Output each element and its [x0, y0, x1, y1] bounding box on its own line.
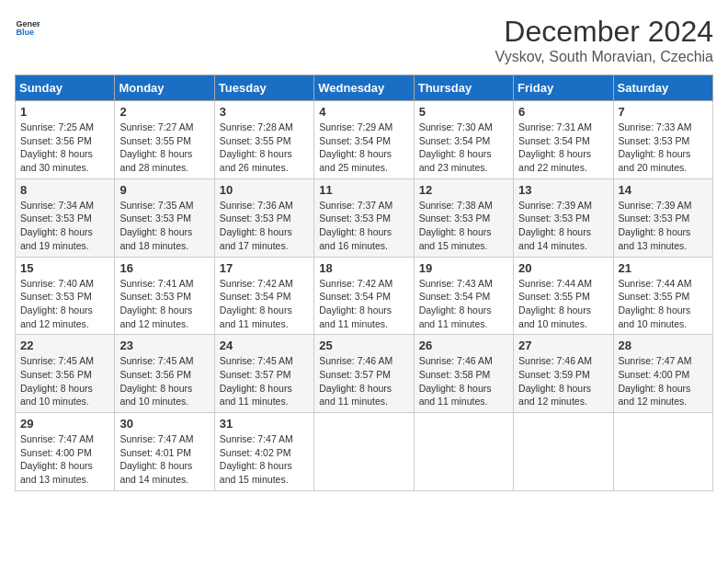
day-info: Sunrise: 7:47 AM Sunset: 4:00 PM Dayligh… — [20, 432, 109, 487]
day-header-saturday: Saturday — [613, 75, 712, 101]
day-info: Sunrise: 7:33 AM Sunset: 3:53 PM Dayligh… — [619, 121, 708, 175]
day-number: 29 — [20, 417, 109, 431]
calendar-cell — [414, 413, 513, 491]
day-info: Sunrise: 7:36 AM Sunset: 3:53 PM Dayligh… — [220, 199, 309, 253]
day-number: 10 — [220, 183, 309, 197]
week-row-5: 29Sunrise: 7:47 AM Sunset: 4:00 PM Dayli… — [16, 413, 713, 491]
day-number: 17 — [220, 261, 309, 275]
day-number: 12 — [419, 183, 508, 197]
day-info: Sunrise: 7:43 AM Sunset: 3:54 PM Dayligh… — [419, 277, 508, 331]
day-number: 14 — [619, 183, 708, 197]
calendar-cell: 30Sunrise: 7:47 AM Sunset: 4:01 PM Dayli… — [115, 413, 214, 491]
calendar-cell: 23Sunrise: 7:45 AM Sunset: 3:56 PM Dayli… — [115, 335, 214, 413]
day-header-thursday: Thursday — [414, 75, 513, 101]
day-info: Sunrise: 7:44 AM Sunset: 3:55 PM Dayligh… — [518, 277, 608, 331]
calendar-table: SundayMondayTuesdayWednesdayThursdayFrid… — [15, 75, 713, 491]
calendar-cell: 3Sunrise: 7:28 AM Sunset: 3:55 PM Daylig… — [214, 101, 313, 179]
week-row-1: 1Sunrise: 7:25 AM Sunset: 3:56 PM Daylig… — [16, 101, 713, 179]
day-info: Sunrise: 7:42 AM Sunset: 3:54 PM Dayligh… — [220, 277, 309, 331]
svg-text:Blue: Blue — [16, 28, 34, 37]
day-number: 21 — [619, 261, 708, 275]
day-info: Sunrise: 7:47 AM Sunset: 4:02 PM Dayligh… — [220, 432, 309, 487]
calendar-cell: 2Sunrise: 7:27 AM Sunset: 3:55 PM Daylig… — [115, 101, 214, 179]
svg-text:General: General — [16, 19, 40, 29]
calendar-cell: 13Sunrise: 7:39 AM Sunset: 3:53 PM Dayli… — [514, 178, 613, 257]
day-number: 16 — [119, 261, 209, 275]
week-row-4: 22Sunrise: 7:45 AM Sunset: 3:56 PM Dayli… — [16, 335, 713, 413]
day-info: Sunrise: 7:39 AM Sunset: 3:53 PM Dayligh… — [619, 199, 708, 253]
day-number: 23 — [119, 339, 209, 352]
day-info: Sunrise: 7:40 AM Sunset: 3:53 PM Dayligh… — [20, 277, 109, 331]
day-info: Sunrise: 7:34 AM Sunset: 3:53 PM Dayligh… — [20, 199, 109, 253]
day-number: 9 — [119, 183, 209, 197]
day-number: 11 — [319, 183, 408, 197]
calendar-cell: 12Sunrise: 7:38 AM Sunset: 3:53 PM Dayli… — [414, 178, 513, 257]
day-number: 24 — [220, 339, 309, 352]
calendar-cell: 8Sunrise: 7:34 AM Sunset: 3:53 PM Daylig… — [16, 178, 115, 257]
day-number: 2 — [119, 105, 209, 119]
month-title: December 2024 — [495, 15, 713, 49]
day-header-wednesday: Wednesday — [314, 75, 414, 101]
day-info: Sunrise: 7:45 AM Sunset: 3:56 PM Dayligh… — [20, 354, 109, 408]
calendar-cell: 31Sunrise: 7:47 AM Sunset: 4:02 PM Dayli… — [214, 413, 313, 491]
calendar-cell: 26Sunrise: 7:46 AM Sunset: 3:58 PM Dayli… — [414, 335, 513, 413]
title-section: December 2024 Vyskov, South Moravian, Cz… — [495, 15, 713, 65]
day-number: 5 — [419, 105, 508, 119]
day-number: 13 — [518, 183, 608, 197]
calendar-cell: 9Sunrise: 7:35 AM Sunset: 3:53 PM Daylig… — [115, 178, 214, 257]
day-info: Sunrise: 7:38 AM Sunset: 3:53 PM Dayligh… — [419, 199, 508, 253]
day-info: Sunrise: 7:27 AM Sunset: 3:55 PM Dayligh… — [119, 121, 209, 175]
calendar-cell: 16Sunrise: 7:41 AM Sunset: 3:53 PM Dayli… — [115, 257, 214, 335]
calendar-cell — [314, 413, 414, 491]
calendar-cell: 1Sunrise: 7:25 AM Sunset: 3:56 PM Daylig… — [16, 101, 115, 179]
calendar-cell: 14Sunrise: 7:39 AM Sunset: 3:53 PM Dayli… — [613, 178, 712, 257]
calendar-cell: 19Sunrise: 7:43 AM Sunset: 3:54 PM Dayli… — [414, 257, 513, 335]
day-info: Sunrise: 7:46 AM Sunset: 3:58 PM Dayligh… — [419, 354, 508, 408]
calendar-cell: 11Sunrise: 7:37 AM Sunset: 3:53 PM Dayli… — [314, 178, 414, 257]
calendar-cell: 20Sunrise: 7:44 AM Sunset: 3:55 PM Dayli… — [514, 257, 613, 335]
day-number: 19 — [419, 261, 508, 275]
day-header-sunday: Sunday — [16, 75, 115, 101]
day-header-friday: Friday — [514, 75, 613, 101]
day-number: 27 — [518, 339, 608, 352]
day-info: Sunrise: 7:29 AM Sunset: 3:54 PM Dayligh… — [319, 121, 408, 175]
calendar-cell: 18Sunrise: 7:42 AM Sunset: 3:54 PM Dayli… — [314, 257, 414, 335]
day-info: Sunrise: 7:46 AM Sunset: 3:57 PM Dayligh… — [319, 354, 408, 408]
day-info: Sunrise: 7:28 AM Sunset: 3:55 PM Dayligh… — [220, 121, 309, 175]
day-info: Sunrise: 7:42 AM Sunset: 3:54 PM Dayligh… — [319, 277, 408, 331]
day-info: Sunrise: 7:35 AM Sunset: 3:53 PM Dayligh… — [119, 199, 209, 253]
day-number: 18 — [319, 261, 408, 275]
page-header: General Blue December 2024 Vyskov, South… — [15, 15, 713, 65]
day-info: Sunrise: 7:25 AM Sunset: 3:56 PM Dayligh… — [20, 121, 109, 175]
calendar-cell: 28Sunrise: 7:47 AM Sunset: 4:00 PM Dayli… — [613, 335, 712, 413]
day-info: Sunrise: 7:45 AM Sunset: 3:56 PM Dayligh… — [119, 354, 209, 408]
calendar-cell: 10Sunrise: 7:36 AM Sunset: 3:53 PM Dayli… — [214, 178, 313, 257]
week-row-2: 8Sunrise: 7:34 AM Sunset: 3:53 PM Daylig… — [16, 178, 713, 257]
day-number: 3 — [220, 105, 309, 119]
day-number: 25 — [319, 339, 408, 352]
calendar-cell: 29Sunrise: 7:47 AM Sunset: 4:00 PM Dayli… — [16, 413, 115, 491]
day-number: 31 — [220, 417, 309, 431]
day-number: 1 — [20, 105, 109, 119]
location-title: Vyskov, South Moravian, Czechia — [495, 49, 713, 65]
calendar-cell: 17Sunrise: 7:42 AM Sunset: 3:54 PM Dayli… — [214, 257, 313, 335]
day-info: Sunrise: 7:30 AM Sunset: 3:54 PM Dayligh… — [419, 121, 508, 175]
day-header-monday: Monday — [115, 75, 214, 101]
day-info: Sunrise: 7:41 AM Sunset: 3:53 PM Dayligh… — [119, 277, 209, 331]
day-info: Sunrise: 7:31 AM Sunset: 3:54 PM Dayligh… — [518, 121, 608, 175]
day-number: 6 — [518, 105, 608, 119]
calendar-cell: 6Sunrise: 7:31 AM Sunset: 3:54 PM Daylig… — [514, 101, 613, 179]
day-info: Sunrise: 7:47 AM Sunset: 4:00 PM Dayligh… — [619, 354, 708, 408]
day-info: Sunrise: 7:45 AM Sunset: 3:57 PM Dayligh… — [220, 354, 309, 408]
calendar-cell: 7Sunrise: 7:33 AM Sunset: 3:53 PM Daylig… — [613, 101, 712, 179]
calendar-cell: 25Sunrise: 7:46 AM Sunset: 3:57 PM Dayli… — [314, 335, 414, 413]
day-info: Sunrise: 7:44 AM Sunset: 3:55 PM Dayligh… — [619, 277, 708, 331]
day-info: Sunrise: 7:37 AM Sunset: 3:53 PM Dayligh… — [319, 199, 408, 253]
day-number: 8 — [20, 183, 109, 197]
day-number: 22 — [20, 339, 109, 352]
day-number: 7 — [619, 105, 708, 119]
day-number: 26 — [419, 339, 508, 352]
calendar-cell — [613, 413, 712, 491]
day-number: 28 — [619, 339, 708, 352]
calendar-cell: 4Sunrise: 7:29 AM Sunset: 3:54 PM Daylig… — [314, 101, 414, 179]
